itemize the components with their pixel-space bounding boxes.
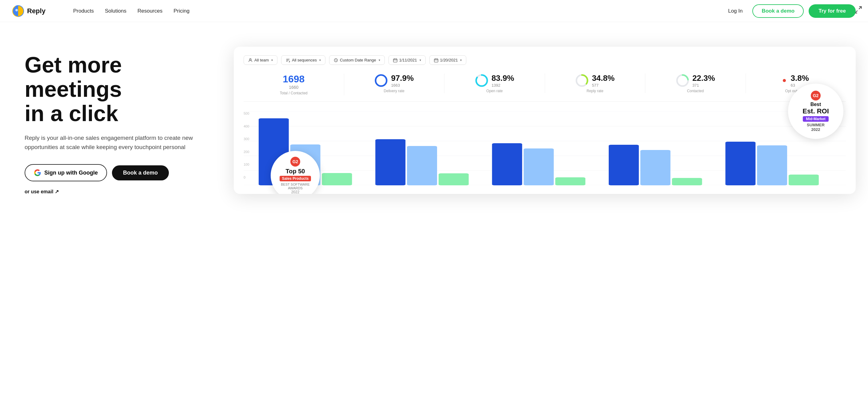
metric-total-sub: 1660 xyxy=(249,85,339,90)
navbar-logo-group: Reply Products Solutions Resources Prici… xyxy=(12,5,189,17)
delivery-ring xyxy=(374,74,388,87)
sequences-filter[interactable]: All sequences ▾ xyxy=(281,55,326,65)
contacted-ring xyxy=(676,74,689,87)
hero-buttons: Sign up with Google Book a demo xyxy=(25,164,215,181)
delivery-label: Delivery rate xyxy=(349,89,439,93)
metric-reply-ring: 34.8% 577 xyxy=(550,73,641,88)
contacted-pct: 22.3% xyxy=(692,73,715,83)
team-filter-label: All team xyxy=(254,58,269,62)
hero-subtitle: Reply is your all-in-one sales engagemen… xyxy=(25,133,197,152)
svg-rect-33 xyxy=(757,145,787,185)
y-label-300: 300 xyxy=(244,137,249,141)
email-link[interactable]: or use email ↗ xyxy=(25,189,215,195)
g2-icon-roi: G2 xyxy=(811,91,820,100)
optout-dot-icon xyxy=(783,79,786,82)
metric-reply: 34.8% 577 Reply rate xyxy=(545,73,646,93)
date-to-label: 1/20/2021 xyxy=(440,58,458,62)
google-btn-label: Sign up with Google xyxy=(44,170,98,176)
svg-rect-34 xyxy=(788,174,819,185)
metric-total: 1698 1660 Total / Contacted xyxy=(244,73,344,95)
logo-icon xyxy=(12,5,24,17)
badge-top50-year: 2022 xyxy=(291,190,300,194)
svg-rect-24 xyxy=(407,146,437,185)
svg-rect-27 xyxy=(524,148,554,185)
metric-open-ring: 83.9% 1392 xyxy=(450,73,540,88)
y-label-400: 400 xyxy=(244,125,249,128)
contacted-value: 22.3% 371 xyxy=(692,73,715,88)
google-icon xyxy=(34,169,41,176)
navbar: Reply Products Solutions Resources Prici… xyxy=(0,0,868,22)
hero-section: Get more meetings in a click Reply is yo… xyxy=(0,22,868,402)
metric-total-main: 1698 xyxy=(249,73,339,85)
date-range-filter[interactable]: Custom Date Range ▾ xyxy=(329,55,385,65)
hero-demo-button[interactable]: Book a demo xyxy=(112,165,169,180)
team-filter[interactable]: All team ▾ xyxy=(244,55,277,65)
svg-rect-30 xyxy=(641,150,671,185)
sequences-icon xyxy=(286,58,290,62)
metric-contacted-ring: 22.3% 371 xyxy=(650,73,741,88)
metric-total-label: Total / Contacted xyxy=(249,91,339,95)
login-button[interactable]: Log In xyxy=(723,5,747,16)
svg-rect-23 xyxy=(375,139,405,185)
sequences-filter-label: All sequences xyxy=(292,58,317,62)
open-count: 1392 xyxy=(492,83,514,88)
book-demo-button[interactable]: Book a demo xyxy=(752,4,804,18)
reply-value: 34.8% 577 xyxy=(592,73,615,88)
svg-rect-22 xyxy=(322,173,352,185)
try-free-button[interactable]: Try for free xyxy=(809,4,856,18)
y-label-0: 0 xyxy=(244,175,249,179)
open-value: 83.9% 1392 xyxy=(492,73,514,88)
hero-left: Get more meetings in a click Reply is yo… xyxy=(25,40,215,195)
navbar-actions: Log In Book a demo Try for free xyxy=(723,4,856,18)
svg-rect-4 xyxy=(394,59,397,62)
metric-contacted: 22.3% 371 Contacted xyxy=(645,73,746,93)
sequences-chevron-icon: ▾ xyxy=(319,58,321,62)
metrics-row: 1698 1660 Total / Contacted xyxy=(244,73,846,102)
optout-pct: 3.8% xyxy=(791,73,809,83)
date-to-filter[interactable]: 1/20/2021 ▾ xyxy=(429,55,467,65)
svg-rect-29 xyxy=(609,145,639,185)
date-from-label: 1/11/2021 xyxy=(399,58,417,62)
badge-top50-title: Top 50 xyxy=(286,168,305,174)
y-label-100: 100 xyxy=(244,163,249,166)
metric-optout-group: 3.8% 63 xyxy=(751,73,841,88)
metric-delivery: 97.9% 1663 Delivery rate xyxy=(344,73,445,93)
date-from-filter[interactable]: 1/11/2021 ▾ xyxy=(389,55,426,65)
contacted-label: Contacted xyxy=(650,89,741,93)
nav-solutions[interactable]: Solutions xyxy=(105,8,126,14)
open-ring xyxy=(475,74,489,87)
hero-title: Get more meetings in a click xyxy=(25,53,215,126)
badge-roi-mid: Mid-Market xyxy=(803,116,828,122)
bar-chart xyxy=(244,111,846,185)
clock-icon xyxy=(334,58,338,62)
open-label: Open rate xyxy=(450,89,540,93)
nav-resources[interactable]: Resources xyxy=(137,8,162,14)
badge-roi-summer: SUMMER xyxy=(807,123,825,127)
nav-products[interactable]: Products xyxy=(73,8,94,14)
svg-rect-31 xyxy=(672,178,702,185)
hero-title-line2: in a click xyxy=(25,101,118,126)
y-axis-labels: 500 400 300 200 100 0 xyxy=(244,111,249,179)
delivery-pct: 97.9% xyxy=(391,73,414,83)
main-nav: Products Solutions Resources Pricing xyxy=(73,8,189,14)
delivery-count: 1663 xyxy=(391,83,414,88)
chart-area: 500 400 300 200 100 0 xyxy=(244,111,846,185)
badge-roi-est: Est. ROI xyxy=(803,107,829,115)
badge-roi: G2 Best Est. ROI Mid-Market SUMMER 2022 xyxy=(788,83,843,139)
date-from-chevron-icon: ▾ xyxy=(420,58,421,62)
svg-point-2 xyxy=(249,58,251,60)
reply-ring xyxy=(575,74,589,87)
logo-text: Reply xyxy=(27,7,45,15)
svg-rect-25 xyxy=(439,173,469,185)
reply-count: 577 xyxy=(592,83,615,88)
g2-icon-top50: G2 xyxy=(290,157,300,167)
badge-roi-best: Best xyxy=(810,102,821,107)
svg-rect-5 xyxy=(434,59,438,62)
google-signup-button[interactable]: Sign up with Google xyxy=(25,164,107,181)
badge-roi-year: 2022 xyxy=(811,127,820,132)
metric-delivery-ring: 97.9% 1663 xyxy=(349,73,439,88)
delivery-value: 97.9% 1663 xyxy=(391,73,414,88)
y-label-500: 500 xyxy=(244,111,249,115)
badge-top50-award: BEST SOFTWARE AWARDS xyxy=(274,182,316,190)
nav-pricing[interactable]: Pricing xyxy=(174,8,189,14)
